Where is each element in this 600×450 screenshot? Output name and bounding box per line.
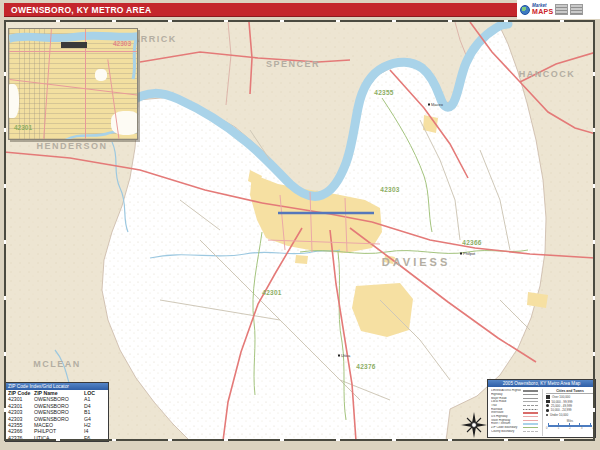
city-symbol xyxy=(546,400,550,404)
inset-open-area xyxy=(8,84,19,118)
dash-gray-line-sample xyxy=(523,405,538,406)
thin-gray-line-sample xyxy=(523,401,538,402)
inset-open-area xyxy=(95,69,107,81)
green-line-sample xyxy=(523,427,538,428)
city-symbol xyxy=(546,395,550,399)
scale-ticks: 01234 xyxy=(546,427,594,430)
thick-gray-line-sample xyxy=(523,390,538,392)
rail-line-sample xyxy=(523,409,538,410)
cities-and-towns-header: Cities and Towns xyxy=(546,389,594,394)
legend-title: 2005 Owensboro, KY Metro Area Map xyxy=(488,380,595,387)
city-class-row: Under 10,000 xyxy=(546,413,594,417)
dash-lt-line-sample xyxy=(523,431,538,432)
gray-line-sample xyxy=(523,394,538,395)
city-symbol xyxy=(546,414,548,416)
publisher-logo: Market MAPS xyxy=(517,0,600,19)
legend-line-symbols: Limited Access HighwayHighwayMajor RoadL… xyxy=(491,389,539,436)
inset-zip-label: 42303 xyxy=(113,40,131,47)
zip-table-body: 42301OWENSBOROA142301OWENSBOROD442303OWE… xyxy=(6,396,108,441)
zip-table-header: ZIP Code Index/Grid Locator xyxy=(6,383,108,390)
city-symbol xyxy=(546,404,549,407)
logo-fineprint-block xyxy=(555,4,568,15)
map-legend: 2005 Owensboro, KY Metro Area Map Limite… xyxy=(487,379,596,438)
city-symbol xyxy=(546,409,549,412)
gray-line-sample xyxy=(523,398,538,399)
pink-thin-line-sample xyxy=(523,420,538,421)
page: { "banner": { "title": "OWENSBORO, KY ME… xyxy=(0,0,600,450)
red-line-sample xyxy=(523,412,538,414)
legend-item: County Boundary xyxy=(491,430,539,434)
city-inset-map: 42303 42301 xyxy=(8,28,138,140)
zip-index-table: ZIP Code Index/Grid Locator ZIP Code ZIP… xyxy=(5,382,109,442)
inset-city-label-box xyxy=(61,42,87,48)
title-banner: OWENSBORO, KY METRO AREA xyxy=(4,3,517,17)
compass-rose-icon xyxy=(461,412,487,438)
map-title: OWENSBORO, KY METRO AREA xyxy=(4,3,517,17)
inset-road xyxy=(9,51,138,52)
logo-brand-bottom: MAPS xyxy=(532,8,553,15)
logo-fineprint-block xyxy=(570,4,583,15)
blue-line-sample xyxy=(523,423,538,425)
inset-zip-label: 42301 xyxy=(14,124,32,131)
pink-line-sample xyxy=(523,416,538,417)
scale-bar: Miles 01234 xyxy=(546,419,594,430)
legend-cities: Cities and Towns Over 100,00050,000 - 99… xyxy=(542,389,594,436)
globe-icon xyxy=(520,5,530,15)
zip-table-row: 42376UTICAF6 xyxy=(6,435,108,441)
